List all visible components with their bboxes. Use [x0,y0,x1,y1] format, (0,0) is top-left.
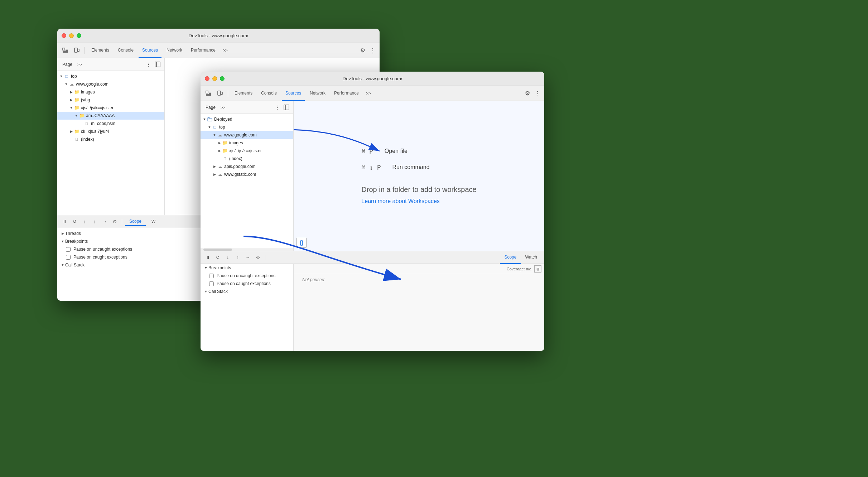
main-content-front: Page >> ⋮ [201,101,544,251]
sidebar-more-back[interactable]: >> [76,62,83,67]
tab-console-back[interactable]: Console [114,43,137,58]
scrollbar-front[interactable] [201,248,293,251]
tree-item-index-front[interactable]: 🗋 (index) [201,155,293,163]
toolbar-front: Elements Console Sources Network Perform… [201,86,544,101]
tab-elements-front[interactable]: Elements [231,86,256,101]
deactivate-icon-front[interactable]: ⊘ [254,253,262,262]
minimize-button-back[interactable] [69,33,74,38]
tree-item-am-back[interactable]: 📁 am=CAAAAAA [57,112,164,120]
sidebar-menu-front[interactable]: ⋮ [273,103,281,111]
tree-item-xjs-back[interactable]: 📁 xjs/_/js/k=xjs.s.er [57,104,164,112]
scope-tab-back[interactable]: Scope [125,217,146,226]
uncaught-exceptions-front[interactable]: Pause on uncaught exceptions [201,272,293,280]
scope-tab-front[interactable]: Scope [500,251,521,264]
close-button-back[interactable] [62,33,66,38]
step-out-icon-front[interactable]: ↑ [233,253,242,262]
step-out-icon-back[interactable]: ↑ [90,217,99,226]
arrow-apis-front [212,164,217,169]
step-over-icon-back[interactable]: ↺ [70,217,79,226]
pause-icon-back[interactable]: ⏸ [60,217,69,226]
drop-text-front: Drop in a folder to add to workspace [361,186,476,194]
pause-icon-front[interactable]: ⏸ [203,253,212,262]
uncaught-checkbox-back[interactable] [66,247,71,252]
arrow-callstack-front [203,289,208,294]
tree-item-ck-back[interactable]: 📁 ck=xjs.s.7jyur4 [57,127,164,135]
arrow-google-front [212,132,217,138]
tab-network-back[interactable]: Network [163,43,186,58]
continue-icon-back[interactable]: → [100,217,109,226]
arrow-jsbg-back [69,97,74,102]
inspect-icon-back[interactable] [60,45,70,56]
device-icon-front[interactable] [215,88,225,98]
uncaught-checkbox-front[interactable] [209,274,214,278]
shortcut-row-1-front: ⌘ P Open file [361,148,408,155]
tab-console-front[interactable]: Console [257,86,280,101]
minimize-button-front[interactable] [212,76,217,81]
callstack-label-front: Call Stack [208,289,228,294]
sidebar-tab-page-front[interactable]: Page [203,104,218,111]
svg-rect-9 [206,91,208,93]
sidebar-toggle-back[interactable] [154,61,161,68]
tree-item-top-front[interactable]: □ top [201,123,293,131]
sidebar-more-front[interactable]: >> [219,105,227,110]
tree-item-xjs-front[interactable]: 📁 xjs/_/js/k=xjs.s.er [201,147,293,155]
device-icon-back[interactable] [72,45,82,56]
more-tabs-back[interactable]: >> [221,48,230,53]
arrow-breakpoints-front [203,265,208,270]
tree-item-deployed-front[interactable]: Deployed [201,115,293,123]
watch-tab-back[interactable]: W [147,218,160,226]
tab-performance-front[interactable]: Performance [331,86,362,101]
tab-sources-back[interactable]: Sources [139,43,161,58]
tab-sources-front[interactable]: Sources [282,86,305,101]
coverage-icon-front[interactable]: ⊟ [534,265,541,273]
tree-item-jsbg-back[interactable]: 📁 js/bg [57,96,164,104]
sidebar-menu-back[interactable]: ⋮ [144,61,152,68]
tree-item-images-back[interactable]: 📁 images [57,88,164,96]
caught-exceptions-front[interactable]: Pause on caught exceptions [201,280,293,288]
sidebar-header-back: Page >> ⋮ [57,58,164,71]
file-icon-mcdos-back: 🗋 [84,121,90,126]
menu-dots-back[interactable]: ⋮ [368,45,377,56]
sidebar-toggle-front[interactable] [283,103,290,111]
close-button-front[interactable] [205,76,209,81]
step-into-icon-back[interactable]: ↓ [80,217,89,226]
watch-tab-front[interactable]: Watch [521,251,541,264]
tree-item-top-back[interactable]: □ top [57,72,164,80]
callstack-header-front[interactable]: Call Stack [201,288,293,295]
menu-dots-front[interactable]: ⋮ [533,88,541,99]
gear-icon-back[interactable]: ⚙ [359,45,367,55]
tab-network-front[interactable]: Network [306,86,329,101]
sidebar-tab-page-back[interactable]: Page [60,61,74,68]
tree-item-gstatic-front[interactable]: ☁ www.gstatic.com [201,170,293,178]
tree-item-google-back[interactable]: ☁ www.google.com [57,80,164,88]
breakpoints-header-front[interactable]: Breakpoints [201,264,293,272]
tree-label-jsbg-back: js/bg [81,97,90,102]
tree-item-images-front[interactable]: 📁 images [201,139,293,147]
tab-elements-back[interactable]: Elements [88,43,113,58]
titlebar-back: DevTools - www.google.com/ [57,29,380,43]
bottom-right-front: Coverage: n/a ⊟ Not paused [294,264,544,351]
tree-item-index-back[interactable]: 🗋 (index) [57,135,164,143]
inspect-icon-front[interactable] [203,88,213,98]
tree-item-google-front[interactable]: ☁ www.google.com [201,131,293,139]
maximize-button-front[interactable] [220,76,225,81]
tab-performance-back[interactable]: Performance [187,43,219,58]
deactivate-icon-back[interactable]: ⊘ [110,217,119,226]
step-into-icon-front[interactable]: ↓ [223,253,232,262]
tree-label-gstatic-front: www.gstatic.com [224,172,256,177]
gear-icon-front[interactable]: ⚙ [524,88,531,98]
sidebar-actions-front: ⋮ [273,103,290,111]
caught-checkbox-front[interactable] [209,281,214,286]
continue-icon-front[interactable]: → [243,253,252,262]
arrow-am-back [74,113,79,118]
step-over-icon-front[interactable]: ↺ [213,253,222,262]
tree-item-apis-front[interactable]: ☁ apis.google.com [201,163,293,170]
pretty-print-button-front[interactable]: {} [296,238,307,248]
more-tabs-front[interactable]: >> [364,91,373,96]
learn-link-front[interactable]: Learn more about Workspaces [361,198,439,204]
sidebar-header-front: Page >> ⋮ [201,101,293,114]
svg-rect-15 [221,92,222,95]
tree-item-mcdos-back[interactable]: 🗋 m=cdos,hsm [57,120,164,127]
maximize-button-back[interactable] [77,33,81,38]
caught-checkbox-back[interactable] [66,255,71,260]
